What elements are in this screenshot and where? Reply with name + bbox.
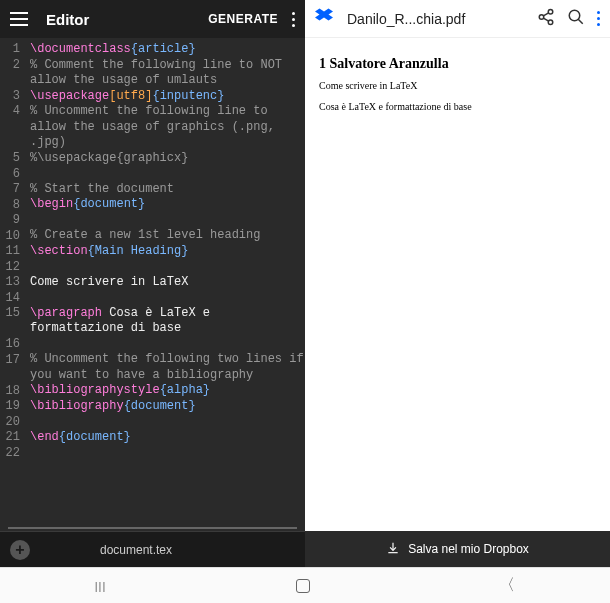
pdf-footer: Salva nel mio Dropbox	[305, 531, 610, 567]
pdf-text-line: Come scrivere in LaTeX	[319, 80, 596, 91]
nav-back-button[interactable]: 〈	[499, 575, 515, 596]
editor-title: Editor	[46, 11, 208, 28]
divider	[8, 527, 297, 529]
svg-point-2	[548, 20, 553, 25]
search-icon[interactable]	[567, 8, 585, 30]
pdf-filename: Danilo_R...chia.pdf	[347, 11, 525, 27]
editor-tabs: + document.tex	[0, 531, 305, 567]
share-icon[interactable]	[537, 8, 555, 30]
nav-recents-button[interactable]: |||	[95, 580, 107, 592]
pdf-pane: Danilo_R...chia.pdf 1 Salvatore Aranzull…	[305, 0, 610, 567]
nav-home-button[interactable]	[296, 579, 310, 593]
code-editor[interactable]: 12345678910111213141516171819202122 \doc…	[0, 38, 305, 527]
svg-line-3	[543, 12, 548, 15]
svg-point-1	[539, 14, 544, 19]
svg-line-4	[543, 18, 548, 21]
generate-button[interactable]: GENERATE	[208, 12, 278, 26]
dropbox-icon[interactable]	[315, 7, 333, 30]
tab-filename[interactable]: document.tex	[100, 543, 172, 557]
svg-point-0	[548, 9, 553, 14]
pdf-content[interactable]: 1 Salvatore Aranzulla Come scrivere in L…	[305, 38, 610, 531]
pdf-text-line: Cosa è LaTeX e formattazione di base	[319, 101, 596, 112]
add-tab-button[interactable]: +	[10, 540, 30, 560]
menu-icon[interactable]	[10, 12, 28, 26]
line-gutter: 12345678910111213141516171819202122	[0, 42, 24, 527]
pdf-overflow-icon[interactable]	[597, 11, 600, 26]
save-dropbox-button[interactable]: Salva nel mio Dropbox	[408, 542, 529, 556]
pdf-section-heading: 1 Salvatore Aranzulla	[319, 56, 596, 72]
svg-point-5	[569, 10, 580, 21]
overflow-icon[interactable]	[292, 12, 295, 27]
editor-pane: Editor GENERATE 123456789101112131415161…	[0, 0, 305, 567]
editor-header: Editor GENERATE	[0, 0, 305, 38]
download-icon	[386, 541, 400, 558]
android-navbar: ||| 〈	[0, 567, 610, 603]
code-content[interactable]: \documentclass{article}% Comment the fol…	[24, 42, 305, 527]
pdf-header: Danilo_R...chia.pdf	[305, 0, 610, 38]
svg-line-6	[578, 19, 583, 24]
